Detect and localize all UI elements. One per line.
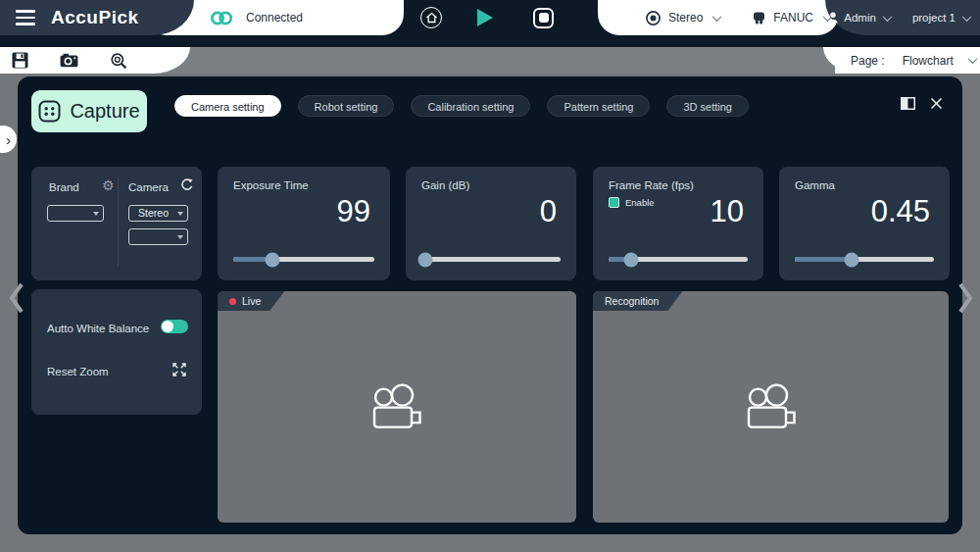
toolbar: Page : Flowchart [0, 47, 980, 74]
app-screen: Connected Stereo FANUC AccuPick [0, 0, 980, 552]
gamma-slider[interactable] [795, 257, 934, 262]
divider [118, 178, 119, 267]
next-page-arrow[interactable] [956, 281, 974, 319]
home-icon [420, 7, 442, 28]
capture-button-label: Capture [70, 100, 139, 123]
capture-icon [38, 100, 61, 123]
slider-thumb[interactable] [266, 252, 280, 267]
live-view-tab: Live [218, 291, 284, 311]
camera-sub-select[interactable] [128, 228, 188, 245]
chevron-down-icon[interactable] [712, 12, 722, 22]
brand-select[interactable] [47, 205, 104, 222]
run-button[interactable] [477, 0, 493, 35]
camera-select[interactable]: Stereo [128, 205, 188, 222]
chevron-right-icon: › [6, 132, 11, 147]
home-button[interactable] [420, 0, 442, 35]
snapshot-camera-icon[interactable] [60, 53, 78, 68]
camera-device-dropdown[interactable]: Stereo [668, 11, 703, 25]
auto-white-balance-toggle[interactable] [161, 320, 188, 333]
tab-camera-setting[interactable]: Camera setting [174, 95, 281, 117]
exposure-time-label: Exposure Time [233, 179, 309, 191]
chevron-down-icon[interactable] [967, 54, 977, 64]
stereo-camera-icon [645, 10, 662, 26]
previous-page-arrow[interactable] [8, 281, 25, 319]
live-view-label: Live [242, 295, 261, 307]
reset-zoom-label: Reset Zoom [47, 366, 109, 377]
chevron-down-icon[interactable] [882, 12, 892, 22]
zoom-search-icon[interactable] [110, 52, 127, 70]
capture-button[interactable]: Capture [31, 90, 147, 132]
gain-label: Gain (dB) [421, 179, 469, 191]
frame-rate-label: Frame Rate (fps) [609, 179, 694, 191]
enable-checkbox[interactable] [609, 197, 619, 208]
frame-rate-card: Frame Rate (fps) Enable 10 [593, 167, 763, 280]
settings-tabs: Camera setting Robot setting Calibration… [174, 95, 749, 117]
tab-robot-setting[interactable]: Robot setting [298, 95, 395, 117]
slider-thumb[interactable] [623, 252, 638, 267]
sidebar-expand-tab[interactable]: › [0, 125, 17, 153]
brand-segment: AccuPick [0, 0, 194, 35]
exposure-time-card: Exposure Time 99 [218, 167, 390, 280]
app-title: AccuPick [51, 7, 139, 28]
frame-rate-slider[interactable] [609, 257, 748, 262]
panel-actions [901, 97, 943, 110]
page-label: Page : [851, 54, 885, 68]
tab-3d-setting[interactable]: 3D setting [666, 95, 749, 117]
brand-label: Brand [49, 181, 79, 193]
video-camera-icon [744, 383, 799, 434]
settings-panel: Capture Camera setting Robot setting Cal… [18, 76, 962, 534]
recognition-view-panel[interactable]: Recognition [593, 291, 949, 523]
main-area: › Capture Camera setting Robot setting C… [0, 74, 980, 552]
project-dropdown[interactable]: project 1 [912, 12, 956, 24]
slider-thumb[interactable] [418, 252, 433, 267]
toolbar-divider [143, 47, 835, 74]
frame-rate-enable: Enable [609, 197, 655, 208]
device-segment: Stereo FANUC [598, 0, 839, 35]
recognition-view-label: Recognition [605, 295, 659, 307]
enable-label: Enable [625, 197, 655, 208]
gamma-card: Gamma 0.45 [779, 167, 950, 280]
play-icon [477, 9, 493, 26]
exposure-time-slider[interactable] [233, 257, 374, 262]
refresh-icon[interactable] [180, 178, 193, 191]
gain-value: 0 [540, 194, 557, 229]
menu-icon[interactable] [16, 10, 35, 25]
robot-brand-dropdown[interactable]: FANUC [773, 11, 813, 25]
live-view-panel[interactable]: Live [218, 291, 576, 523]
frame-rate-value: 10 [710, 194, 744, 229]
camera-label: Camera [128, 181, 169, 193]
video-camera-icon [369, 383, 424, 434]
camera-source-card: Brand ⚙ Camera Stereo [31, 167, 202, 280]
tab-calibration-setting[interactable]: Calibration setting [411, 95, 530, 117]
user-segment: Admin project 1 [825, 0, 980, 35]
stop-button[interactable] [533, 0, 554, 35]
white-balance-card: Autto White Balance Reset Zoom [31, 289, 202, 415]
chevron-down-icon[interactable] [962, 12, 972, 22]
slider-thumb[interactable] [845, 252, 859, 267]
split-view-icon[interactable] [901, 97, 915, 110]
stop-icon [533, 8, 554, 28]
tab-pattern-setting[interactable]: Pattern setting [547, 95, 650, 117]
connected-link-icon [210, 10, 234, 26]
gamma-value: 0.45 [871, 194, 930, 229]
page-selector: Page : Flowchart [823, 47, 980, 74]
top-bar: Connected Stereo FANUC AccuPick [0, 0, 980, 47]
close-icon[interactable] [930, 97, 943, 110]
gamma-label: Gamma [795, 179, 835, 191]
connection-status: Connected [246, 11, 303, 25]
reset-zoom-expand-icon[interactable] [172, 362, 187, 377]
live-indicator-dot [229, 298, 236, 305]
gain-card: Gain (dB) 0 [406, 167, 576, 280]
exposure-time-value: 99 [337, 194, 370, 229]
toolbar-left [0, 47, 190, 74]
recognition-view-tab: Recognition [593, 291, 682, 311]
gear-icon[interactable]: ⚙ [102, 177, 115, 193]
user-dropdown[interactable]: Admin [844, 12, 876, 24]
robot-icon [752, 11, 766, 25]
auto-white-balance-label: Autto White Balance [47, 323, 149, 334]
save-icon[interactable] [12, 52, 28, 69]
gain-slider[interactable] [421, 257, 561, 262]
user-icon [826, 11, 840, 25]
page-value-dropdown[interactable]: Flowchart [903, 54, 954, 68]
